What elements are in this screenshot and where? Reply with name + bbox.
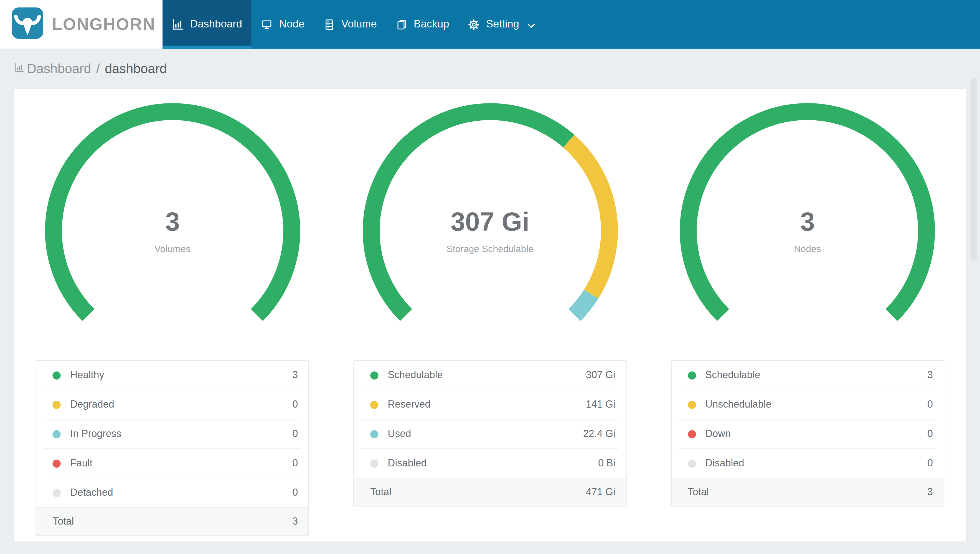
- legend-rows: Schedulable 307 Gi Reserved 141 Gi Used …: [354, 361, 626, 478]
- gauge-arc-segment: [371, 112, 568, 315]
- legend-label: Degraded: [70, 399, 114, 411]
- breadcrumb-root-link[interactable]: Dashboard: [14, 61, 91, 76]
- legend-label: In Progress: [70, 428, 121, 440]
- legend-label: Disabled: [705, 458, 744, 469]
- legend-color-dot: [370, 459, 378, 467]
- breadcrumb-separator: /: [96, 61, 100, 76]
- tab-dashboard[interactable]: Dashboard: [162, 0, 251, 49]
- legend-rows: Healthy 3 Degraded 0 In Progress 0 Fault…: [37, 361, 309, 507]
- tab-label: Volume: [341, 18, 377, 30]
- breadcrumb-chart-icon: [14, 61, 24, 76]
- gauge-ring: [679, 103, 936, 359]
- legend-color-dot: [688, 400, 696, 408]
- volumes-legend-table: Healthy 3 Degraded 0 In Progress 0 Fault…: [36, 360, 309, 536]
- legend-color-dot: [688, 371, 696, 379]
- legend-value: 0: [928, 399, 933, 411]
- legend-rows: Schedulable 3 Unschedulable 0 Down 0 Dis…: [671, 361, 943, 478]
- tab-setting[interactable]: Setting: [459, 0, 545, 49]
- tab-label: Dashboard: [190, 18, 242, 30]
- legend-value: 307 Gi: [586, 369, 615, 381]
- chevron-down-icon: [527, 23, 535, 28]
- dashboard-card: 3 Volumes Healthy 3 Degraded 0 In Progre…: [14, 89, 966, 541]
- legend-color-dot: [370, 430, 378, 438]
- legend-color-dot: [688, 430, 696, 438]
- page-scrollbar-thumb[interactable]: [970, 78, 977, 261]
- legend-color-dot: [52, 400, 61, 408]
- setting-gear-icon: [468, 19, 480, 30]
- legend-color-dot: [52, 459, 61, 467]
- legend-total-label: Total: [52, 516, 74, 527]
- legend-label: Used: [388, 428, 411, 440]
- legend-row: Schedulable 3: [679, 361, 936, 390]
- legend-color-dot: [688, 459, 696, 467]
- legend-value: 0: [292, 399, 298, 411]
- storage-legend-table: Schedulable 307 Gi Reserved 141 Gi Used …: [353, 360, 627, 506]
- breadcrumb: Dashboard / dashboard: [0, 49, 980, 89]
- node-icon: [261, 19, 273, 30]
- gauge-arc-segment: [53, 112, 291, 315]
- legend-total-value: 3: [292, 516, 298, 527]
- gauge-arc-segment: [568, 141, 609, 294]
- legend-label: Reserved: [388, 399, 430, 411]
- legend-row: Used 22.4 Gi: [362, 420, 619, 449]
- gauge-arc-segment: [574, 294, 591, 315]
- legend-row: Unschedulable 0: [679, 390, 936, 420]
- legend-value: 0: [928, 458, 933, 469]
- legend-total-label: Total: [688, 487, 709, 498]
- legend-total-value: 3: [928, 487, 933, 498]
- tab-node[interactable]: Node: [251, 0, 314, 49]
- legend-row: Reserved 141 Gi: [362, 390, 619, 420]
- legend-value: 0 Bi: [598, 458, 615, 469]
- legend-color-dot: [370, 400, 378, 408]
- volumes-panel: 3 Volumes Healthy 3 Degraded 0 In Progre…: [14, 103, 331, 541]
- legend-row: Healthy 3: [44, 361, 301, 390]
- gauge-arc-segment: [688, 112, 926, 315]
- legend-value: 141 Gi: [586, 399, 615, 411]
- gauge-ring: [362, 103, 618, 359]
- legend-row: In Progress 0: [44, 420, 301, 449]
- tab-backup[interactable]: Backup: [386, 0, 459, 49]
- legend-value: 0: [292, 428, 298, 440]
- nav-tabs: Dashboard Node: [162, 0, 545, 49]
- legend-row: Schedulable 307 Gi: [362, 361, 619, 390]
- legend-label: Schedulable: [705, 369, 760, 381]
- nodes-gauge: 3 Nodes: [679, 103, 936, 359]
- legend-row: Detached 0: [44, 478, 301, 507]
- legend-value: 0: [928, 428, 933, 440]
- tab-label: Node: [279, 18, 304, 30]
- legend-row: Degraded 0: [44, 390, 301, 420]
- tab-volume[interactable]: Volume: [314, 0, 386, 49]
- storage-gauge: 307 Gi Storage Schedulable: [362, 103, 618, 359]
- legend-row: Down 0: [679, 420, 936, 449]
- longhorn-dashboard-page: LONGHORN Dashboard: [0, 0, 980, 554]
- legend-row: Disabled 0 Bi: [362, 449, 619, 478]
- brand[interactable]: LONGHORN: [0, 0, 162, 49]
- longhorn-logo-icon: [11, 7, 44, 42]
- legend-value: 0: [292, 487, 298, 498]
- nodes-legend-table: Schedulable 3 Unschedulable 0 Down 0 Dis…: [671, 360, 944, 506]
- legend-value: 3: [292, 369, 298, 381]
- top-navbar: LONGHORN Dashboard: [0, 0, 980, 49]
- legend-color-dot: [52, 489, 61, 497]
- volumes-gauge: 3 Volumes: [45, 103, 301, 359]
- breadcrumb-root-label: Dashboard: [27, 61, 91, 76]
- legend-row: Fault 0: [44, 449, 301, 478]
- legend-label: Down: [705, 428, 731, 440]
- legend-total-value: 471 Gi: [586, 487, 615, 498]
- brand-name: LONGHORN: [52, 15, 155, 34]
- legend-label: Schedulable: [388, 369, 443, 381]
- nodes-panel: 3 Nodes Schedulable 3 Unschedulable 0 Do…: [649, 103, 966, 541]
- breadcrumb-current-page: dashboard: [105, 61, 167, 76]
- dashboard-icon: [172, 19, 184, 30]
- legend-color-dot: [370, 371, 378, 379]
- legend-value: 22.4 Gi: [583, 428, 615, 440]
- legend-label: Detached: [70, 487, 113, 498]
- storage-panel: 307 Gi Storage Schedulable Schedulable 3…: [331, 103, 649, 541]
- legend-value: 0: [292, 458, 298, 469]
- legend-total-row: Total 3: [37, 507, 309, 535]
- legend-label: Fault: [70, 458, 92, 469]
- legend-color-dot: [52, 430, 61, 438]
- legend-label: Healthy: [70, 369, 104, 381]
- legend-value: 3: [928, 369, 933, 381]
- volume-icon: [323, 19, 335, 30]
